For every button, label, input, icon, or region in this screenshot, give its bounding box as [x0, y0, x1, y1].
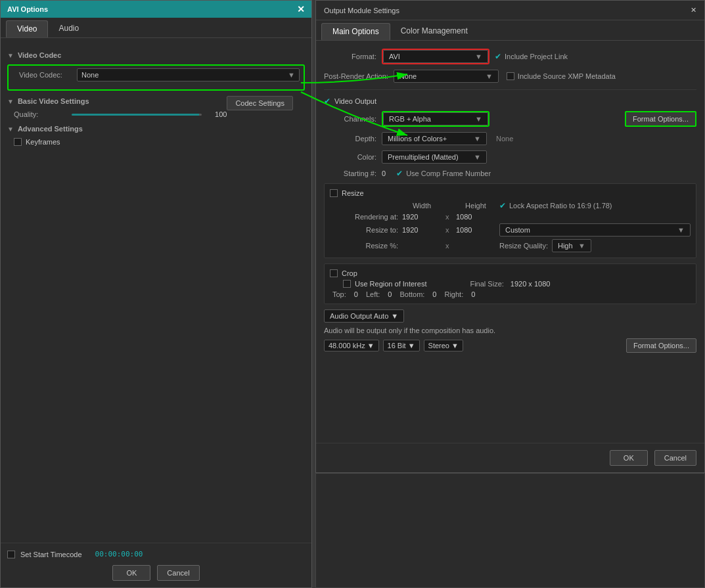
format-options-button[interactable]: Format Options...: [625, 111, 696, 127]
crop-label: Crop: [342, 269, 357, 277]
roi-row: Use Region of Interest Final Size: 1920 …: [330, 280, 691, 288]
advanced-settings-section: ▼ Advanced Settings: [7, 125, 305, 133]
output-ok-button[interactable]: OK: [610, 450, 648, 466]
roi-checkbox[interactable]: [343, 280, 351, 288]
codec-dropdown-arrow: ▼: [288, 71, 295, 79]
lock-aspect-label: Lock Aspect Ratio to 16:9 (1.78): [509, 202, 612, 210]
timecode-row: Set Start Timecode 00:00:00:00: [7, 550, 305, 558]
set-start-timecode-checkbox[interactable]: [7, 551, 15, 558]
audio-output-label: Audio Output Auto: [330, 312, 388, 320]
top-value: 0: [354, 290, 358, 298]
avi-cancel-button[interactable]: Cancel: [157, 565, 199, 581]
avi-footer-buttons: OK Cancel: [7, 565, 305, 581]
format-row: Format: AVI ▼ ✔ Include Project Link: [324, 49, 696, 64]
rendering-at-w: 1920: [402, 213, 442, 221]
include-project-link-check[interactable]: ✔: [495, 52, 501, 61]
resize-to-label: Resize to:: [332, 226, 398, 234]
stereo-arrow: ▼: [451, 342, 459, 350]
resize-checkbox[interactable]: [330, 189, 338, 197]
keyframes-checkbox[interactable]: [14, 138, 22, 146]
crop-header-row: Crop: [330, 269, 691, 277]
khz-dropdown[interactable]: 48.000 kHz ▼: [324, 340, 379, 351]
none-label: None: [496, 135, 513, 143]
output-content-area: Format: AVI ▼ ✔ Include Project Link Pos…: [316, 41, 704, 443]
audio-output-row: Audio Output Auto ▼: [324, 309, 696, 323]
avi-content-area: ▼ Video Codec Video Codec: None ▼ Codec …: [1, 38, 311, 543]
set-start-timecode-label: Set Start Timecode: [20, 551, 82, 558]
use-comp-frame-label: Use Comp Frame Number: [406, 170, 491, 177]
post-render-label: Post-Render Action:: [324, 72, 388, 80]
video-output-label: Video Output: [334, 97, 376, 105]
left-label: Left:: [366, 290, 380, 298]
avi-footer: Set Start Timecode 00:00:00:00 OK Cancel: [1, 543, 311, 587]
format-dropdown[interactable]: AVI ▼: [383, 50, 488, 63]
audio-dropdown-arrow: ▼: [391, 312, 398, 320]
channels-dropdown[interactable]: RGB + Alpha ▼: [383, 112, 488, 125]
output-close-button[interactable]: ✕: [691, 6, 696, 14]
bit-dropdown[interactable]: 16 Bit ▼: [383, 340, 420, 351]
stereo-value: Stereo: [428, 342, 449, 350]
depth-label: Depth:: [324, 135, 376, 143]
height-col-header: Height: [456, 202, 495, 210]
tab-main-options[interactable]: Main Options: [321, 23, 390, 40]
bit-value: 16 Bit: [388, 342, 406, 350]
quality-row: Quality: 100: [7, 110, 227, 118]
width-col-header: Width: [402, 202, 442, 210]
keyframes-label: Keyframes: [26, 138, 60, 146]
audio-output-dropdown[interactable]: Audio Output Auto ▼: [324, 309, 404, 323]
format-dropdown-arrow: ▼: [475, 53, 482, 60]
include-xmp-label: Include Source XMP Metadata: [518, 72, 616, 80]
timecode-value: 00:00:00:00: [95, 550, 143, 558]
resize-pct-x: x: [445, 242, 452, 250]
output-title: Output Module Settings: [324, 7, 399, 14]
tab-video[interactable]: Video: [6, 20, 48, 37]
color-arrow: ▼: [474, 153, 481, 161]
channels-value: RGB + Alpha: [389, 115, 431, 123]
post-render-row: Post-Render Action: None ▼ Include Sourc…: [324, 70, 696, 83]
codec-select-container: Video Codec: None ▼: [7, 64, 305, 91]
include-xmp-checkbox[interactable]: [507, 72, 514, 80]
output-cancel-button[interactable]: Cancel: [654, 450, 696, 466]
video-output-check[interactable]: ✔: [324, 97, 330, 106]
quality-slider[interactable]: [72, 114, 202, 116]
stereo-dropdown[interactable]: Stereo ▼: [424, 340, 463, 351]
audio-format-options-button[interactable]: Format Options...: [626, 338, 696, 353]
video-codec-arrow: ▼: [7, 52, 14, 59]
color-dropdown[interactable]: Premultiplied (Matted) ▼: [382, 150, 487, 164]
resize-label: Resize: [342, 189, 364, 197]
tab-audio[interactable]: Audio: [48, 20, 89, 37]
depth-dropdown[interactable]: Millions of Colors+ ▼: [382, 132, 487, 145]
include-xmp-row: Include Source XMP Metadata: [507, 72, 616, 80]
trbl-row: Top: 0 Left: 0 Bottom: 0 Right: 0: [330, 290, 691, 298]
left-value: 0: [388, 290, 392, 298]
output-tab-bar: Main Options Color Management: [316, 20, 704, 41]
resize-quality-label: Resize Quality:: [499, 242, 548, 250]
crop-checkbox[interactable]: [330, 269, 338, 277]
tab-color-management[interactable]: Color Management: [390, 23, 478, 40]
lock-aspect-row: ✔ Lock Aspect Ratio to 16:9 (1.78): [499, 201, 691, 210]
channels-arrow: ▼: [475, 115, 482, 123]
avi-close-button[interactable]: ✕: [297, 4, 305, 14]
quality-label: Quality:: [14, 110, 66, 118]
basic-video-label: Basic Video Settings: [18, 97, 89, 105]
resize-quality-value: High: [558, 242, 573, 250]
output-footer: OK Cancel: [316, 443, 704, 472]
lock-aspect-check[interactable]: ✔: [499, 201, 506, 210]
audio-settings-row: 48.000 kHz ▼ 16 Bit ▼ Stereo ▼ Format Op…: [324, 338, 696, 353]
avi-ok-button[interactable]: OK: [112, 565, 150, 581]
avi-tab-bar: Video Audio: [1, 18, 311, 38]
output-module-window: Output Module Settings ✕ Main Options Co…: [315, 0, 705, 473]
basic-video-section: ▼ Basic Video Settings: [7, 97, 227, 105]
format-dropdown-container: AVI ▼: [382, 49, 489, 64]
rendering-at-label: Rendering at:: [332, 213, 398, 221]
codec-settings-button[interactable]: Codec Settings: [227, 96, 293, 110]
use-comp-frame-check[interactable]: ✔: [396, 169, 403, 178]
resize-quality-dropdown[interactable]: High ▼: [552, 239, 591, 252]
post-render-value: None: [399, 72, 417, 80]
advanced-settings-label: Advanced Settings: [18, 125, 83, 133]
bottom-value: 0: [432, 290, 436, 298]
video-codec-select[interactable]: None ▼: [77, 68, 300, 81]
resize-preset-dropdown[interactable]: Custom ▼: [499, 223, 691, 237]
include-project-link-row: ✔ Include Project Link: [495, 52, 568, 61]
post-render-dropdown[interactable]: None ▼: [394, 70, 499, 83]
